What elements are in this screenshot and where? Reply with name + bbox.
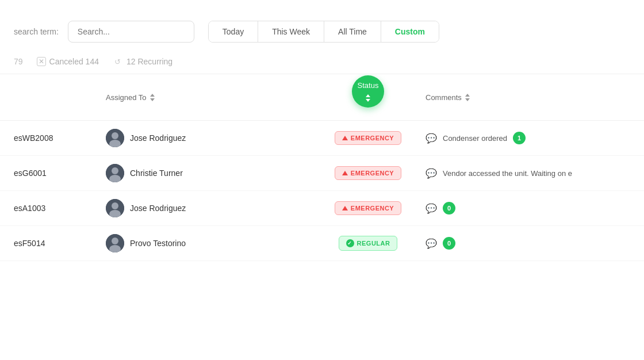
sort-status-up-icon (366, 94, 370, 97)
search-input-wrap (68, 21, 194, 43)
col-status[interactable]: Status (310, 81, 425, 113)
assigned-to-label: Assigned To (106, 93, 147, 102)
stat-canceled-label: Canceled 144 (49, 57, 99, 66)
col-comments[interactable]: Comments (425, 81, 630, 113)
row-id: esF5014 (14, 239, 106, 248)
comment-bubble-icon: 💬 (425, 133, 437, 144)
assignee-cell: Provo Testorino (106, 234, 310, 252)
sort-comments-up-icon (465, 94, 470, 97)
sort-up-icon (150, 94, 155, 97)
table-header: Assigned To Status Comments (0, 74, 644, 121)
stat-count: 79 (14, 57, 23, 66)
avatar-img (106, 234, 124, 252)
table-row[interactable]: esF5014 Provo Testorino ✓ REGULAR 💬 0 (0, 226, 644, 261)
recurring-icon: ↺ (113, 56, 123, 67)
comments-cell: 💬 0 (425, 202, 630, 215)
row-id: esG6001 (14, 168, 106, 178)
assignee-name: Christie Turner (130, 168, 183, 178)
comments-cell: 💬 0 (425, 237, 630, 250)
col-id (14, 81, 106, 113)
status-cell: EMERGENCY (310, 131, 425, 145)
warning-icon (342, 171, 348, 175)
assignee-cell: Christie Turner (106, 164, 310, 182)
search-input[interactable] (68, 21, 194, 43)
status-cell: EMERGENCY (310, 201, 425, 215)
sort-assigned-icon (150, 94, 155, 101)
svg-point-7 (112, 202, 118, 209)
comment-bubble-icon: 💬 (425, 168, 437, 179)
comment-text: Condenser ordered (443, 134, 507, 143)
filter-tabs: Today This Week All Time Custom (208, 21, 439, 43)
cancel-icon: ✕ (37, 57, 46, 66)
sort-status-down-icon (366, 99, 370, 102)
sort-comments-down-icon (465, 98, 470, 101)
status-badge: EMERGENCY (335, 166, 401, 180)
comment-count-badge: 0 (443, 237, 455, 250)
tab-all-time[interactable]: All Time (324, 21, 381, 42)
status-label: Status (358, 81, 379, 90)
avatar (106, 164, 124, 182)
comments-label: Comments (425, 93, 462, 102)
status-cell: ✓ REGULAR (310, 236, 425, 251)
sort-down-icon (150, 98, 155, 101)
avatar (106, 129, 124, 147)
row-id: esA1003 (14, 204, 106, 213)
status-badge: EMERGENCY (335, 131, 401, 145)
avatar-img (106, 199, 124, 217)
sort-comments-icon (465, 94, 470, 101)
tab-this-week[interactable]: This Week (258, 21, 324, 42)
check-icon: ✓ (346, 239, 354, 247)
tab-today[interactable]: Today (209, 21, 258, 42)
table-row[interactable]: esA1003 Jose Rodriguez EMERGENCY 💬 0 (0, 191, 644, 226)
tab-custom[interactable]: Custom (381, 21, 439, 42)
comments-cell: 💬 Condenser ordered 1 (425, 132, 630, 144)
assignee-cell: Jose Rodriguez (106, 199, 310, 217)
avatar (106, 234, 124, 252)
avatar (106, 199, 124, 217)
assignee-cell: Jose Rodriguez (106, 129, 310, 147)
comments-cell: 💬 Vendor accessed the unit. Waiting on e (425, 168, 630, 179)
warning-icon (342, 206, 348, 210)
table-row[interactable]: esWB2008 Jose Rodriguez EMERGENCY 💬 Cond… (0, 121, 644, 156)
table-row[interactable]: esG6001 Christie Turner EMERGENCY 💬 Vend… (0, 156, 644, 191)
warning-icon (342, 136, 348, 140)
assignee-name: Jose Rodriguez (130, 204, 186, 213)
stat-canceled: ✕ Canceled 144 (37, 57, 99, 66)
stat-recurring-label: 12 Recurring (126, 57, 172, 66)
sort-status-icon (366, 94, 370, 102)
stats-row: 79 ✕ Canceled 144 ↺ 12 Recurring (14, 52, 630, 74)
stat-count-value: 79 (14, 57, 23, 66)
svg-point-1 (112, 132, 118, 139)
status-badge: EMERGENCY (335, 201, 401, 215)
avatar-img (106, 164, 124, 182)
comment-text: Vendor accessed the unit. Waiting on e (443, 169, 572, 178)
svg-point-4 (112, 167, 118, 174)
comment-bubble-icon: 💬 (425, 238, 437, 249)
status-cell: EMERGENCY (310, 166, 425, 180)
status-col-header[interactable]: Status (352, 75, 384, 108)
search-label: search term: (14, 27, 59, 36)
status-badge: ✓ REGULAR (339, 236, 398, 251)
stat-recurring: ↺ 12 Recurring (113, 56, 172, 67)
comment-count-badge: 0 (443, 202, 455, 215)
comment-count-badge: 1 (513, 132, 526, 144)
col-assigned-to[interactable]: Assigned To (106, 81, 310, 113)
row-id: esWB2008 (14, 133, 106, 143)
assignee-name: Jose Rodriguez (130, 133, 186, 143)
assignee-name: Provo Testorino (130, 239, 186, 248)
comment-bubble-icon: 💬 (425, 203, 437, 214)
table-container: Assigned To Status Comments e (0, 74, 644, 261)
avatar-img (106, 129, 124, 147)
svg-point-10 (112, 238, 118, 244)
